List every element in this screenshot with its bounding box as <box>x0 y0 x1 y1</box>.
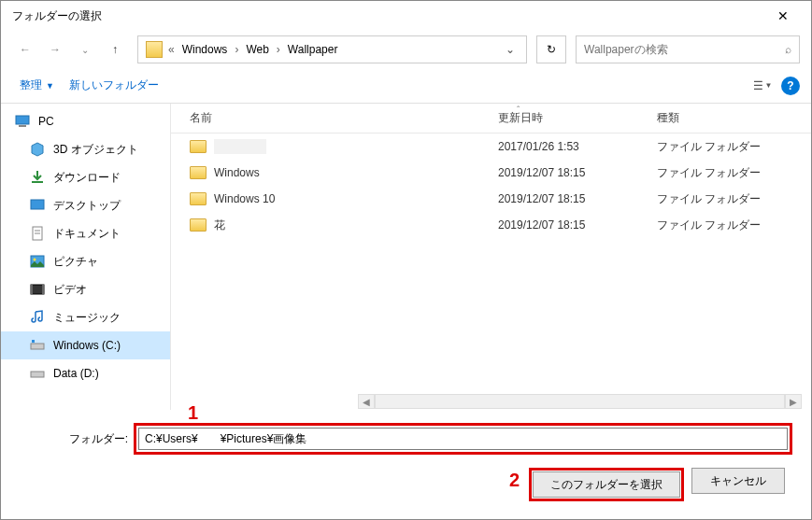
folder-icon <box>190 140 207 153</box>
file-type: ファイル フォルダー <box>638 191 769 207</box>
sidebar-item-desktop[interactable]: デスクトップ <box>1 191 170 219</box>
table-row[interactable]: 花 2019/12/07 18:15 ファイル フォルダー <box>171 212 811 238</box>
breadcrumb-dropdown[interactable]: ⌄ <box>498 43 522 56</box>
svg-rect-11 <box>31 344 44 349</box>
chevron-right-icon: › <box>233 43 240 56</box>
sort-indicator-icon: ˆ <box>517 105 520 116</box>
folder-icon <box>190 166 207 179</box>
chevron-right-icon: › <box>275 43 282 56</box>
svg-rect-13 <box>31 372 44 377</box>
breadcrumb[interactable]: « Windows › Web › Wallpaper ⌄ <box>137 35 527 63</box>
table-row[interactable]: Windows 2019/12/07 18:15 ファイル フォルダー <box>171 160 811 186</box>
desktop-icon <box>29 197 46 214</box>
up-button[interactable]: ↑ <box>102 36 128 63</box>
file-name: Windows 10 <box>214 192 275 205</box>
organize-menu[interactable]: 整理▼ <box>12 74 62 97</box>
sidebar-item-label: 3D オブジェクト <box>53 142 138 158</box>
col-type[interactable]: 種類 <box>638 110 769 126</box>
col-date[interactable]: 更新日時 <box>479 110 638 126</box>
picture-icon <box>29 253 46 270</box>
breadcrumb-seg[interactable]: Web <box>240 43 274 56</box>
sidebar-item-downloads[interactable]: ダウンロード <box>1 163 170 191</box>
refresh-button[interactable]: ↻ <box>536 35 566 63</box>
svg-rect-2 <box>31 200 44 209</box>
folder-label: フォルダー: <box>16 431 128 447</box>
annotation-box-1 <box>134 423 792 455</box>
folder-icon <box>190 192 207 205</box>
cube-icon <box>29 141 46 158</box>
svg-rect-9 <box>31 285 33 294</box>
scroll-right-icon[interactable]: ▶ <box>785 394 802 409</box>
file-type: ファイル フォルダー <box>638 165 769 181</box>
back-button[interactable]: ← <box>12 36 38 63</box>
forward-button: → <box>42 36 68 63</box>
window-title: フォルダーの選択 <box>8 8 762 24</box>
cancel-button[interactable]: キャンセル <box>691 468 785 494</box>
scroll-track[interactable] <box>375 394 785 409</box>
sidebar-item-pc[interactable]: PC <box>1 107 170 135</box>
sidebar-item-label: Windows (C:) <box>53 339 121 352</box>
search-box[interactable]: ⌕ <box>576 35 800 63</box>
svg-rect-8 <box>31 285 44 294</box>
folder-icon <box>146 41 163 58</box>
col-name[interactable]: 名前 <box>171 110 479 126</box>
annotation-box-2: このフォルダーを選択 <box>529 468 684 501</box>
search-input[interactable] <box>584 43 785 56</box>
chevron-down-icon: ▼ <box>46 81 54 91</box>
sidebar-item-label: PC <box>38 115 54 128</box>
close-button[interactable]: ✕ <box>762 2 804 30</box>
table-row[interactable]: Windows 10 2019/12/07 18:15 ファイル フォルダー <box>171 186 811 212</box>
document-icon <box>29 225 46 242</box>
svg-rect-0 <box>16 116 29 124</box>
sidebar-item-drive-c[interactable]: Windows (C:) <box>1 331 170 359</box>
sidebar-item-3d[interactable]: 3D オブジェクト <box>1 135 170 163</box>
svg-rect-1 <box>19 125 26 127</box>
breadcrumb-seg[interactable]: Wallpaper <box>282 43 344 56</box>
horizontal-scrollbar[interactable]: ◀ ▶ <box>358 393 802 410</box>
new-folder-button[interactable]: 新しいフォルダー <box>62 74 166 97</box>
chevron-right-icon: « <box>166 43 177 56</box>
view-options[interactable]: ☰▼ <box>751 79 774 92</box>
annotation-2: 2 <box>509 470 520 503</box>
sidebar-item-label: ビデオ <box>53 282 87 298</box>
svg-rect-10 <box>42 285 44 294</box>
sidebar-item-videos[interactable]: ビデオ <box>1 275 170 303</box>
sidebar-item-label: ピクチャ <box>53 254 98 270</box>
sidebar-item-music[interactable]: ミュージック <box>1 303 170 331</box>
sidebar-item-documents[interactable]: ドキュメント <box>1 219 170 247</box>
sidebar-item-label: デスクトップ <box>53 198 121 214</box>
drive-icon <box>29 365 46 382</box>
sidebar: PC 3D オブジェクト ダウンロード デスクトップ ドキュメント ピクチャ ビ… <box>1 104 171 410</box>
scroll-left-icon[interactable]: ◀ <box>358 394 375 409</box>
file-type: ファイル フォルダー <box>638 139 769 155</box>
file-date: 2019/12/07 18:15 <box>479 166 638 179</box>
file-name: Windows <box>214 166 260 179</box>
annotation-1: 1 <box>188 402 198 424</box>
video-icon <box>29 281 46 298</box>
sidebar-item-label: Data (D:) <box>53 367 99 380</box>
sidebar-item-label: ミュージック <box>53 310 121 326</box>
file-date: 2019/12/07 18:15 <box>479 218 638 232</box>
search-icon[interactable]: ⌕ <box>785 43 791 56</box>
file-name: 花 <box>214 218 225 233</box>
recent-dropdown[interactable]: ⌄ <box>72 36 98 63</box>
table-row[interactable]: 2017/01/26 1:53 ファイル フォルダー <box>171 134 811 160</box>
pc-icon <box>14 113 31 130</box>
file-list: ˆ 名前 更新日時 種類 2017/01/26 1:53 ファイル フォルダー … <box>171 104 811 410</box>
breadcrumb-seg[interactable]: Windows <box>177 43 234 56</box>
sidebar-item-label: ドキュメント <box>53 226 121 242</box>
file-date: 2019/12/07 18:15 <box>479 192 638 205</box>
blurred-name <box>214 139 266 154</box>
svg-rect-12 <box>32 340 35 343</box>
download-icon <box>29 169 46 186</box>
sidebar-item-drive-d[interactable]: Data (D:) <box>1 359 170 387</box>
file-type: ファイル フォルダー <box>638 218 769 233</box>
folder-path-input[interactable] <box>138 428 788 450</box>
select-folder-button[interactable]: このフォルダーを選択 <box>533 471 680 498</box>
sidebar-item-pictures[interactable]: ピクチャ <box>1 247 170 275</box>
music-icon <box>29 309 46 326</box>
help-icon[interactable]: ? <box>781 77 800 95</box>
drive-icon <box>29 337 46 354</box>
svg-point-7 <box>34 259 36 261</box>
sidebar-item-label: ダウンロード <box>53 170 121 186</box>
